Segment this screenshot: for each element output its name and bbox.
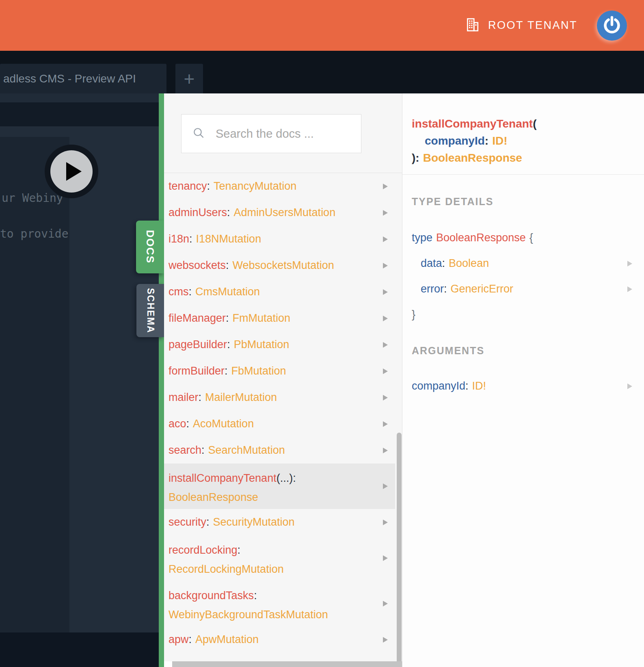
chevron-right-icon xyxy=(383,637,388,643)
webiny-logo[interactable] xyxy=(597,11,627,41)
search-icon xyxy=(192,126,205,141)
field-name: fileManager xyxy=(169,312,226,325)
field-name: data xyxy=(421,257,442,270)
editor-footer-bar xyxy=(0,632,159,667)
field-line-2: BooleanResponse xyxy=(169,488,395,507)
docs-search-input[interactable] xyxy=(215,127,354,141)
field-name: pageBuilder xyxy=(169,338,227,351)
doc-field-row-recordLocking[interactable]: recordLocking: RecordLockingMutation xyxy=(164,535,395,581)
field-name: cms xyxy=(169,286,189,298)
field-name: mailer xyxy=(169,391,199,404)
doc-field-row-installCompanyTenant-selected[interactable]: installCompanyTenant(...): BooleanRespon… xyxy=(164,463,395,509)
field-type: CmsMutation xyxy=(195,286,260,298)
doc-field-row-pageBuilder[interactable]: pageBuilder:PbMutation xyxy=(164,331,395,358)
doc-field-row-security[interactable]: security:SecurityMutation xyxy=(164,509,395,535)
doc-field-row-i18n[interactable]: i18n:I18NMutation xyxy=(164,226,395,252)
field-type: WebinyBackgroundTaskMutation xyxy=(169,609,328,621)
type-closing-brace-row: } xyxy=(402,302,644,327)
type-field-row-data[interactable]: data:Boolean xyxy=(402,251,644,276)
field-type: AcoMutation xyxy=(193,418,254,430)
field-name: search xyxy=(169,444,201,457)
horizontal-scrollbar-thumb[interactable] xyxy=(172,661,402,667)
doc-field-row-formBuilder[interactable]: formBuilder:FbMutation xyxy=(164,358,395,384)
horizontal-scrollbar-track[interactable] xyxy=(164,661,402,667)
signature-line-1: installCompanyTenant( xyxy=(412,115,644,132)
field-type: FbMutation xyxy=(231,365,286,377)
editor-code-line: ur Webiny xyxy=(2,191,63,205)
query-editor-region[interactable]: ur Webiny to provide xyxy=(0,93,159,667)
field-name: adminUsers xyxy=(169,206,227,219)
doc-field-row-fileManager[interactable]: fileManager:FmMutation xyxy=(164,305,395,331)
vertical-scrollbar-thumb[interactable] xyxy=(397,433,402,661)
field-detail-panel: installCompanyTenant( companyId:ID! ):Bo… xyxy=(402,93,644,667)
editor-band xyxy=(0,102,159,126)
doc-field-row-aco[interactable]: aco:AcoMutation xyxy=(164,411,395,437)
chevron-right-icon xyxy=(627,286,632,292)
building-icon xyxy=(465,17,480,34)
playground-tab-bar: adless CMS - Preview API + xyxy=(0,51,644,93)
field-type: BooleanResponse xyxy=(169,491,258,503)
field-type: TenancyMutation xyxy=(214,180,296,193)
chevron-right-icon xyxy=(383,263,388,269)
field-line-1: backgroundTasks: xyxy=(169,586,395,605)
chevron-right-icon xyxy=(383,184,388,189)
tab-schema[interactable]: SCHEMA xyxy=(136,284,164,337)
tenant-label[interactable]: ROOT TENANT xyxy=(488,19,577,32)
doc-field-row-search[interactable]: search:SearchMutation xyxy=(164,437,395,463)
chevron-right-icon xyxy=(383,520,388,525)
field-line-1: recordLocking: xyxy=(169,541,395,560)
tab-docs[interactable]: DOCS xyxy=(136,221,164,273)
doc-field-row-tenancy[interactable]: tenancy:TenancyMutation xyxy=(164,173,395,199)
field-type: PbMutation xyxy=(234,338,290,351)
field-name: formBuilder xyxy=(169,365,225,377)
tab-title: adless CMS - Preview API xyxy=(3,72,136,85)
field-name: websockets xyxy=(169,259,226,272)
docs-search-box[interactable] xyxy=(181,114,361,153)
signature-line-2: companyId:ID! xyxy=(412,132,644,149)
play-icon xyxy=(66,162,82,181)
docs-tab-label: DOCS xyxy=(144,230,156,264)
type-declaration-row: typeBooleanResponse{ xyxy=(402,225,644,251)
arguments-heading: ARGUMENTS xyxy=(402,338,644,364)
play-button-disc xyxy=(50,150,93,193)
field-type: I18NMutation xyxy=(196,233,261,245)
doc-field-row-cms[interactable]: cms:CmsMutation xyxy=(164,279,395,305)
field-type: SearchMutation xyxy=(208,444,285,457)
chevron-right-icon xyxy=(383,236,388,242)
tab-headless-cms-preview-api[interactable]: adless CMS - Preview API xyxy=(0,64,166,93)
chevron-right-icon xyxy=(383,601,388,606)
docs-panel-edge-strip[interactable] xyxy=(159,93,164,667)
chevron-right-icon xyxy=(383,289,388,295)
chevron-right-icon xyxy=(383,421,388,427)
doc-field-row-websockets[interactable]: websockets:WebsocketsMutation xyxy=(164,252,395,279)
field-name: security xyxy=(169,516,206,528)
plus-icon: + xyxy=(184,68,195,90)
field-name: backgroundTasks xyxy=(169,589,254,602)
field-line-2: RecordLockingMutation xyxy=(169,560,395,579)
schema-tab-label: SCHEMA xyxy=(145,288,156,334)
argument-name: companyId xyxy=(412,380,465,392)
field-name: tenancy xyxy=(169,180,207,193)
doc-field-row-mailer[interactable]: mailer:MailerMutation xyxy=(164,384,395,411)
field-line-2: WebinyBackgroundTaskMutation xyxy=(169,605,395,624)
chevron-right-icon xyxy=(383,368,388,374)
type-name[interactable]: BooleanResponse xyxy=(436,232,526,244)
field-name: i18n xyxy=(169,233,189,245)
argument-row-companyId[interactable]: companyId:ID! xyxy=(402,373,644,399)
doc-field-row-apw[interactable]: apw:ApwMutation xyxy=(164,626,395,653)
workspace: ur Webiny to provide DOCS SCHEMA t xyxy=(0,93,644,667)
doc-field-row-adminUsers[interactable]: adminUsers:AdminUsersMutation xyxy=(164,199,395,226)
mutation-field-list: tenancy:TenancyMutation adminUsers:Admin… xyxy=(164,173,402,653)
new-tab-button[interactable]: + xyxy=(175,64,203,93)
signature-line-3: ):BooleanResponse xyxy=(412,149,644,167)
top-app-bar: ROOT TENANT xyxy=(0,0,644,51)
field-type: SecurityMutation xyxy=(213,516,295,528)
type-field-row-error[interactable]: error:GenericError xyxy=(402,276,644,302)
chevron-right-icon xyxy=(383,555,388,561)
doc-field-row-backgroundTasks[interactable]: backgroundTasks: WebinyBackgroundTaskMut… xyxy=(164,581,395,626)
chevron-right-icon xyxy=(383,210,388,216)
field-name: apw xyxy=(169,633,189,646)
video-play-button[interactable] xyxy=(45,145,98,198)
field-type: Boolean xyxy=(449,257,489,270)
chevron-right-icon xyxy=(383,395,388,401)
